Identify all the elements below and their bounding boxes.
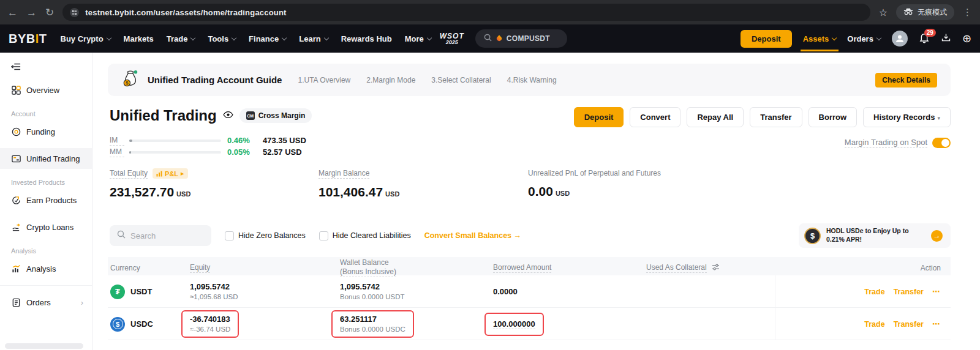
user-avatar[interactable] xyxy=(892,31,908,47)
reload-icon[interactable]: ↻ xyxy=(45,7,54,18)
notification-count-badge: 29 xyxy=(924,29,936,37)
browser-menu-icon[interactable]: ⋮ xyxy=(963,7,973,18)
sidebar-item-earn-products[interactable]: Earn Products xyxy=(0,190,92,210)
overview-grid-icon xyxy=(11,86,21,95)
wsot-2025-logo[interactable]: WSOT 2025 xyxy=(440,32,464,45)
eye-icon[interactable] xyxy=(223,110,233,121)
more-actions-icon[interactable]: ⋯ xyxy=(932,319,941,329)
nav-item-rewards-hub[interactable]: Rewards Hub xyxy=(341,34,392,43)
nav-item-buy-crypto[interactable]: Buy Crypto xyxy=(61,34,111,43)
sidebar: Overview Account Funding Unified Trading… xyxy=(0,53,92,350)
sidebar-item-overview[interactable]: Overview xyxy=(0,80,92,100)
pl-chart-icon xyxy=(156,171,162,177)
usde-coin-icon: $ xyxy=(804,228,821,244)
address-bar[interactable]: testnet.bybit.com/user/assets/home/tradi… xyxy=(62,4,870,21)
sidebar-item-analysis[interactable]: Analysis xyxy=(0,258,92,279)
sidebar-scrollbar-thumb[interactable] xyxy=(5,343,83,349)
sidebar-item-funding[interactable]: Funding xyxy=(0,121,92,142)
sidebar-item-orders[interactable]: Orders › xyxy=(0,292,92,313)
transfer-link[interactable]: Transfer xyxy=(894,320,924,329)
action-cell: Trade Transfer ⋯ xyxy=(775,308,941,340)
borrow-button[interactable]: Borrow xyxy=(809,107,858,127)
usdt-coin-icon: ₮ xyxy=(110,285,125,299)
mm-usd: 52.57 USD xyxy=(263,147,302,157)
funding-coin-icon xyxy=(11,127,21,136)
notifications-bell-icon[interactable]: 29 xyxy=(919,33,930,44)
nav-item-more[interactable]: More xyxy=(405,34,431,43)
sidebar-divider xyxy=(0,285,92,286)
hide-zero-balances-checkbox[interactable]: Hide Zero Balances xyxy=(225,231,306,240)
chevron-down-icon xyxy=(282,35,287,40)
nav-item-markets[interactable]: Markets xyxy=(124,34,154,43)
nav-item-finance[interactable]: Finance xyxy=(249,34,286,43)
hide-cleared-liabilities-checkbox[interactable]: Hide Cleared Liabilities xyxy=(319,231,411,240)
pl-caret-icon: ▸ xyxy=(181,169,184,177)
site-info-icon[interactable] xyxy=(70,8,79,17)
guide-step-3[interactable]: 3.Select Collateral xyxy=(431,76,491,84)
chevron-right-icon: › xyxy=(81,298,83,307)
asset-search-input[interactable] xyxy=(130,231,198,240)
usde-promo-banner[interactable]: $ HODL USDe to Enjoy Up to 0.21% APR! → xyxy=(799,223,951,248)
total-equity-label: Total Equity xyxy=(110,168,148,179)
promo-arrow-button[interactable]: → xyxy=(931,230,943,242)
language-globe-icon[interactable]: ⊕ xyxy=(962,32,971,45)
nav-item-learn[interactable]: Learn xyxy=(299,34,328,43)
nav-item-assets[interactable]: Assets xyxy=(803,34,837,43)
nav-item-orders[interactable]: Orders xyxy=(847,34,881,43)
incognito-icon xyxy=(903,8,913,17)
checkbox-icon xyxy=(319,231,328,240)
orders-document-icon xyxy=(11,298,21,307)
nav-item-tools[interactable]: Tools xyxy=(208,34,236,43)
im-progress-fill xyxy=(129,140,132,142)
asset-search-box[interactable] xyxy=(110,225,211,246)
incognito-badge: 无痕模式 xyxy=(896,4,954,20)
nav-item-trade[interactable]: Trade xyxy=(167,34,195,43)
table-filter-row: Hide Zero Balances Hide Cleared Liabilit… xyxy=(110,225,521,246)
check-details-button[interactable]: Check Details xyxy=(875,73,937,88)
trade-link[interactable]: Trade xyxy=(864,320,884,329)
history-records-button[interactable]: History Records▾ xyxy=(863,107,951,127)
total-equity-stat: Total Equity P&L ▸ 231,527.70USD xyxy=(110,168,190,199)
forward-icon[interactable]: → xyxy=(26,7,37,18)
more-actions-icon[interactable]: ⋯ xyxy=(932,287,941,296)
guide-step-2[interactable]: 2.Margin Mode xyxy=(366,76,415,84)
trade-link[interactable]: Trade xyxy=(864,288,884,296)
nav-search-value: COMPUSDT xyxy=(507,34,550,43)
sidebar-collapse-icon[interactable] xyxy=(11,62,21,71)
convert-button[interactable]: Convert xyxy=(630,107,680,127)
nav-search[interactable]: COMPUSDT xyxy=(475,29,567,48)
nav-deposit-button[interactable]: Deposit xyxy=(741,30,792,48)
guide-step-4[interactable]: 4.Risk Warning xyxy=(507,76,557,84)
borrowed-amount-cell: 100.000000 xyxy=(493,313,646,336)
header-equity: Equity xyxy=(190,263,340,273)
uta-guide-banner: $ Unified Trading Account Guide 1.UTA Ov… xyxy=(108,64,951,96)
asset-table: Currency Equity Wallet Balance (Bonus In… xyxy=(108,257,951,340)
pl-badge[interactable]: P&L ▸ xyxy=(153,168,188,179)
repay-all-button[interactable]: Repay All xyxy=(687,107,744,127)
annotation-box-equity: -36.740183 ≈-36.74 USD xyxy=(181,310,239,338)
transfer-button[interactable]: Transfer xyxy=(750,107,802,127)
guide-step-1[interactable]: 1.UTA Overview xyxy=(298,76,350,84)
convert-small-balances-link[interactable]: Convert Small Balances → xyxy=(424,231,521,240)
sidebar-item-crypto-loans[interactable]: Crypto Loans xyxy=(0,217,92,237)
nav-right-cluster: Deposit Assets Orders 29 ⊕ xyxy=(741,30,971,48)
sidebar-item-unified-trading[interactable]: Unified Trading xyxy=(0,148,92,169)
sidebar-section-invested: Invested Products xyxy=(0,179,92,186)
annotation-box-wallet: 63.251117 Bonus 0.0000 USDC xyxy=(331,310,414,338)
deposit-button[interactable]: Deposit xyxy=(574,107,624,127)
margin-balance-stat: Margin Balance 101,406.47USD xyxy=(318,168,399,199)
analysis-chart-icon xyxy=(11,264,21,274)
transfer-link[interactable]: Transfer xyxy=(894,288,924,296)
cross-margin-badge[interactable]: CM Cross Margin xyxy=(239,108,312,123)
chevron-down-icon xyxy=(106,35,111,40)
incognito-label: 无痕模式 xyxy=(918,7,947,18)
bybit-logo[interactable]: BYBIT xyxy=(9,32,47,46)
bookmark-star-icon[interactable]: ☆ xyxy=(879,7,888,18)
margin-trading-toggle[interactable] xyxy=(932,138,951,148)
download-icon[interactable] xyxy=(941,32,951,45)
earn-products-icon xyxy=(11,196,21,205)
screen: ← → ↻ testnet.bybit.com/user/assets/home… xyxy=(0,0,980,350)
back-icon[interactable]: ← xyxy=(7,7,18,18)
nav-menu: Buy Crypto Markets Trade Tools Finance L… xyxy=(61,34,431,43)
borrowed-amount-cell: 0.0000 xyxy=(493,287,646,296)
